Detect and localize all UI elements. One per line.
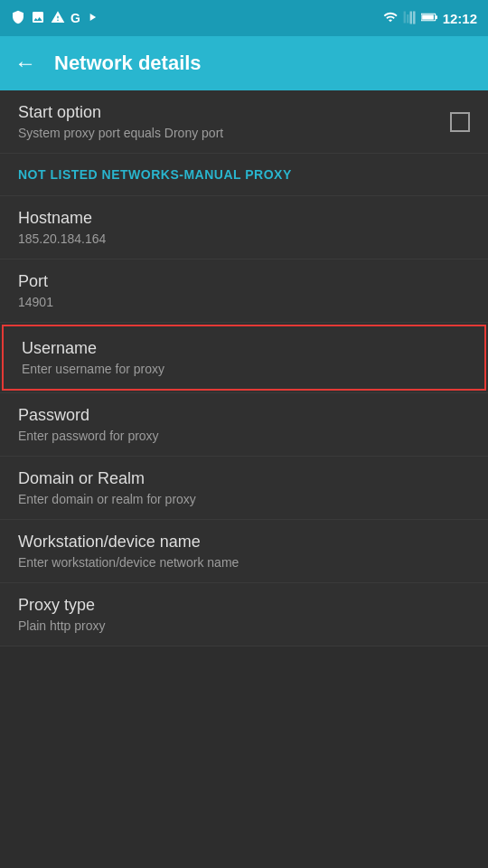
- username-title: Username: [22, 339, 466, 358]
- status-time: 12:12: [443, 11, 477, 26]
- content-list: Start option System proxy port equals Dr…: [0, 90, 488, 646]
- start-option-title: Start option: [18, 103, 470, 122]
- app-bar-title: Network details: [54, 52, 202, 75]
- wifi-icon: [383, 10, 398, 27]
- domain-subtitle: Enter domain or realm for proxy: [18, 492, 470, 506]
- shield-icon: [11, 10, 25, 27]
- start-option-checkbox[interactable]: [450, 112, 470, 132]
- image-icon: [31, 10, 45, 27]
- username-item[interactable]: Username Enter username for proxy: [2, 325, 486, 391]
- domain-title: Domain or Realm: [18, 469, 470, 488]
- play-icon: [86, 11, 99, 26]
- manual-proxy-section-header: NOT LISTED NETWORKS-MANUAL PROXY: [0, 154, 488, 196]
- status-bar-left-icons: G: [11, 10, 99, 27]
- battery-icon: [421, 11, 437, 26]
- app-bar: ← Network details: [0, 36, 488, 90]
- signal-icon: [403, 10, 416, 27]
- status-bar-right-icons: 12:12: [383, 10, 477, 27]
- username-subtitle: Enter username for proxy: [22, 362, 466, 376]
- status-bar: G 12:12: [0, 0, 488, 36]
- port-item[interactable]: Port 14901: [0, 259, 488, 323]
- proxy-type-title: Proxy type: [18, 596, 470, 615]
- port-value: 14901: [18, 295, 470, 309]
- alert-icon: [51, 10, 65, 27]
- workstation-item[interactable]: Workstation/device name Enter workstatio…: [0, 520, 488, 583]
- password-title: Password: [18, 406, 470, 425]
- start-option-subtitle: System proxy port equals Drony port: [18, 126, 470, 140]
- proxy-type-subtitle: Plain http proxy: [18, 618, 470, 633]
- workstation-title: Workstation/device name: [18, 533, 470, 552]
- hostname-item[interactable]: Hostname 185.20.184.164: [0, 196, 488, 259]
- svg-rect-1: [435, 15, 436, 19]
- back-button[interactable]: ←: [14, 51, 36, 76]
- domain-item[interactable]: Domain or Realm Enter domain or realm fo…: [0, 457, 488, 520]
- section-header-text: NOT LISTED NETWORKS-MANUAL PROXY: [18, 167, 292, 182]
- port-title: Port: [18, 272, 470, 291]
- workstation-subtitle: Enter workstation/device network name: [18, 555, 470, 570]
- hostname-title: Hostname: [18, 209, 470, 228]
- password-item[interactable]: Password Enter password for proxy: [0, 393, 488, 457]
- proxy-type-item[interactable]: Proxy type Plain http proxy: [0, 583, 488, 646]
- g-icon: G: [70, 11, 80, 25]
- start-option-item[interactable]: Start option System proxy port equals Dr…: [0, 90, 488, 154]
- hostname-value: 185.20.184.164: [18, 231, 470, 246]
- svg-rect-2: [422, 14, 434, 19]
- password-subtitle: Enter password for proxy: [18, 429, 470, 443]
